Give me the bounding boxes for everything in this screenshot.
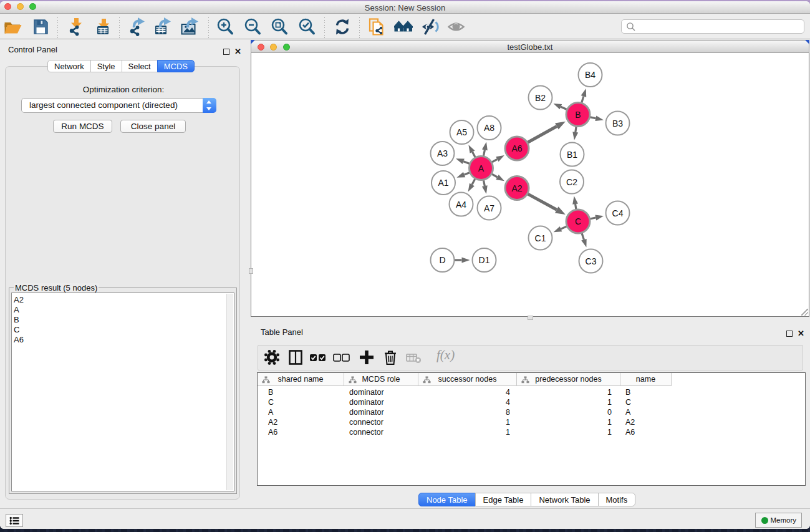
svg-text:D1: D1: [479, 255, 490, 265]
svg-text:A1: A1: [438, 178, 448, 188]
svg-text:C: C: [575, 216, 581, 226]
svg-text:A5: A5: [456, 127, 467, 137]
svg-text:B1: B1: [567, 150, 577, 160]
svg-text:B4: B4: [585, 70, 595, 80]
svg-text:C2: C2: [566, 177, 577, 187]
svg-text:A4: A4: [456, 200, 466, 210]
svg-text:A8: A8: [484, 123, 494, 133]
svg-text:A2: A2: [511, 183, 522, 193]
svg-text:A6: A6: [511, 143, 522, 153]
svg-text:A: A: [478, 163, 485, 173]
svg-text:D: D: [439, 255, 445, 265]
svg-text:B2: B2: [535, 93, 546, 103]
svg-text:C4: C4: [612, 208, 624, 218]
svg-text:A3: A3: [437, 148, 448, 158]
svg-text:A7: A7: [484, 203, 494, 213]
svg-text:B3: B3: [612, 118, 623, 128]
svg-text:C3: C3: [586, 256, 597, 266]
svg-text:C1: C1: [535, 233, 546, 243]
svg-text:B: B: [575, 110, 581, 120]
